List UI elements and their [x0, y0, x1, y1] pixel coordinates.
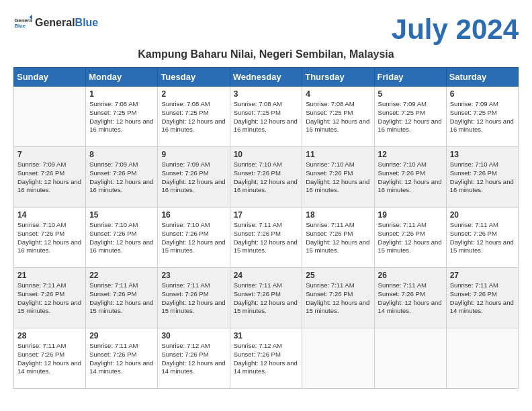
day-info: Sunrise: 7:08 AMSunset: 7:25 PMDaylight:…: [306, 100, 370, 134]
day-info: Sunrise: 7:09 AMSunset: 7:26 PMDaylight:…: [161, 161, 226, 195]
header-sunday: Sunday: [14, 68, 86, 87]
week-row-3: 14Sunrise: 7:10 AMSunset: 7:26 PMDayligh…: [14, 208, 519, 268]
day-number: 1: [89, 89, 154, 99]
day-info: Sunrise: 7:11 AMSunset: 7:26 PMDaylight:…: [161, 281, 226, 316]
day-number: 28: [17, 331, 82, 340]
day-number: 5: [378, 89, 443, 99]
header-saturday: Saturday: [446, 68, 518, 87]
day-info: Sunrise: 7:12 AMSunset: 7:26 PMDaylight:…: [161, 342, 226, 376]
calendar-cell: 3Sunrise: 7:08 AMSunset: 7:25 PMDaylight…: [230, 87, 302, 147]
day-info: Sunrise: 7:10 AMSunset: 7:26 PMDaylight:…: [378, 161, 443, 195]
day-number: 2: [161, 89, 226, 99]
calendar-cell: 16Sunrise: 7:10 AMSunset: 7:26 PMDayligh…: [158, 208, 230, 268]
header-wednesday: Wednesday: [230, 68, 302, 87]
svg-text:Blue: Blue: [14, 23, 26, 29]
day-number: 25: [306, 271, 370, 280]
day-info: Sunrise: 7:10 AMSunset: 7:26 PMDaylight:…: [89, 221, 154, 255]
month-year-title: July 2024: [392, 13, 519, 46]
day-number: 12: [378, 150, 443, 159]
calendar-cell: 26Sunrise: 7:11 AMSunset: 7:26 PMDayligh…: [374, 268, 446, 328]
day-info: Sunrise: 7:10 AMSunset: 7:26 PMDaylight:…: [306, 161, 370, 195]
calendar-cell: 24Sunrise: 7:11 AMSunset: 7:26 PMDayligh…: [230, 268, 302, 328]
day-info: Sunrise: 7:08 AMSunset: 7:25 PMDaylight:…: [89, 100, 154, 134]
logo: General Blue General Blue: [13, 13, 98, 32]
calendar-cell: 22Sunrise: 7:11 AMSunset: 7:26 PMDayligh…: [86, 268, 158, 328]
calendar-cell: 4Sunrise: 7:08 AMSunset: 7:25 PMDaylight…: [302, 87, 374, 147]
day-number: 11: [306, 150, 370, 159]
calendar-cell: 7Sunrise: 7:09 AMSunset: 7:26 PMDaylight…: [14, 147, 86, 208]
calendar-cell: 14Sunrise: 7:10 AMSunset: 7:26 PMDayligh…: [14, 208, 86, 268]
day-number: 24: [234, 271, 299, 280]
calendar-cell: 1Sunrise: 7:08 AMSunset: 7:25 PMDaylight…: [86, 87, 158, 147]
day-number: 19: [378, 210, 443, 220]
week-row-4: 21Sunrise: 7:11 AMSunset: 7:26 PMDayligh…: [14, 268, 519, 328]
day-number: 7: [17, 150, 82, 159]
day-info: Sunrise: 7:10 AMSunset: 7:26 PMDaylight:…: [161, 221, 226, 255]
day-number: 16: [161, 210, 226, 220]
calendar-cell: 15Sunrise: 7:10 AMSunset: 7:26 PMDayligh…: [86, 208, 158, 268]
day-info: Sunrise: 7:09 AMSunset: 7:25 PMDaylight:…: [378, 100, 443, 134]
day-number: 3: [234, 89, 299, 99]
day-info: Sunrise: 7:10 AMSunset: 7:26 PMDaylight:…: [450, 161, 515, 195]
calendar-cell: 31Sunrise: 7:12 AMSunset: 7:26 PMDayligh…: [230, 328, 302, 389]
day-number: 18: [306, 210, 370, 220]
calendar-cell: 28Sunrise: 7:11 AMSunset: 7:26 PMDayligh…: [14, 328, 86, 389]
calendar-cell: 5Sunrise: 7:09 AMSunset: 7:25 PMDaylight…: [374, 87, 446, 147]
day-number: 15: [89, 210, 154, 220]
day-info: Sunrise: 7:11 AMSunset: 7:26 PMDaylight:…: [17, 281, 82, 316]
logo-general-text: General: [35, 17, 75, 29]
day-info: Sunrise: 7:11 AMSunset: 7:26 PMDaylight:…: [378, 221, 443, 255]
day-info: Sunrise: 7:12 AMSunset: 7:26 PMDaylight:…: [234, 342, 299, 376]
calendar-table: SundayMondayTuesdayWednesdayThursdayFrid…: [13, 67, 519, 389]
generalblue-logo-icon: General Blue: [13, 13, 32, 32]
day-info: Sunrise: 7:11 AMSunset: 7:26 PMDaylight:…: [234, 281, 299, 316]
day-number: 9: [161, 150, 226, 159]
calendar-cell: 21Sunrise: 7:11 AMSunset: 7:26 PMDayligh…: [14, 268, 86, 328]
day-number: 30: [161, 331, 226, 340]
calendar-cell: 9Sunrise: 7:09 AMSunset: 7:26 PMDaylight…: [158, 147, 230, 208]
calendar-header-row: SundayMondayTuesdayWednesdayThursdayFrid…: [14, 68, 519, 87]
day-number: 26: [378, 271, 443, 280]
day-number: 20: [450, 210, 515, 220]
calendar-cell: 2Sunrise: 7:08 AMSunset: 7:25 PMDaylight…: [158, 87, 230, 147]
calendar-cell: 8Sunrise: 7:09 AMSunset: 7:26 PMDaylight…: [86, 147, 158, 208]
calendar-cell: [374, 328, 446, 389]
day-number: 14: [17, 210, 82, 220]
day-number: 29: [89, 331, 154, 340]
day-info: Sunrise: 7:11 AMSunset: 7:26 PMDaylight:…: [234, 221, 299, 255]
day-info: Sunrise: 7:08 AMSunset: 7:25 PMDaylight:…: [161, 100, 226, 134]
calendar-cell: 20Sunrise: 7:11 AMSunset: 7:26 PMDayligh…: [446, 208, 518, 268]
calendar-cell: 30Sunrise: 7:12 AMSunset: 7:26 PMDayligh…: [158, 328, 230, 389]
day-number: 10: [234, 150, 299, 159]
day-info: Sunrise: 7:11 AMSunset: 7:26 PMDaylight:…: [89, 342, 154, 376]
calendar-cell: 10Sunrise: 7:10 AMSunset: 7:26 PMDayligh…: [230, 147, 302, 208]
calendar-cell: 11Sunrise: 7:10 AMSunset: 7:26 PMDayligh…: [302, 147, 374, 208]
calendar-cell: 27Sunrise: 7:11 AMSunset: 7:26 PMDayligh…: [446, 268, 518, 328]
week-row-5: 28Sunrise: 7:11 AMSunset: 7:26 PMDayligh…: [14, 328, 519, 389]
day-info: Sunrise: 7:09 AMSunset: 7:26 PMDaylight:…: [89, 161, 154, 195]
day-info: Sunrise: 7:09 AMSunset: 7:26 PMDaylight:…: [17, 161, 82, 195]
header-thursday: Thursday: [302, 68, 374, 87]
calendar-cell: 17Sunrise: 7:11 AMSunset: 7:26 PMDayligh…: [230, 208, 302, 268]
day-number: 27: [450, 271, 515, 280]
header: General Blue General Blue July 2024: [13, 13, 519, 46]
day-number: 21: [17, 271, 82, 280]
day-info: Sunrise: 7:11 AMSunset: 7:26 PMDaylight:…: [450, 221, 515, 255]
week-row-2: 7Sunrise: 7:09 AMSunset: 7:26 PMDaylight…: [14, 147, 519, 208]
day-info: Sunrise: 7:10 AMSunset: 7:26 PMDaylight:…: [234, 161, 299, 195]
day-info: Sunrise: 7:08 AMSunset: 7:25 PMDaylight:…: [234, 100, 299, 134]
calendar-cell: 12Sunrise: 7:10 AMSunset: 7:26 PMDayligh…: [374, 147, 446, 208]
week-row-1: 1Sunrise: 7:08 AMSunset: 7:25 PMDaylight…: [14, 87, 519, 147]
calendar-cell: 13Sunrise: 7:10 AMSunset: 7:26 PMDayligh…: [446, 147, 518, 208]
day-info: Sunrise: 7:11 AMSunset: 7:26 PMDaylight:…: [378, 281, 443, 316]
header-monday: Monday: [86, 68, 158, 87]
calendar-cell: [446, 328, 518, 389]
calendar-cell: [14, 87, 86, 147]
calendar-cell: 25Sunrise: 7:11 AMSunset: 7:26 PMDayligh…: [302, 268, 374, 328]
day-info: Sunrise: 7:11 AMSunset: 7:26 PMDaylight:…: [450, 281, 515, 316]
day-info: Sunrise: 7:11 AMSunset: 7:26 PMDaylight:…: [89, 281, 154, 316]
calendar-cell: 6Sunrise: 7:09 AMSunset: 7:25 PMDaylight…: [446, 87, 518, 147]
day-info: Sunrise: 7:11 AMSunset: 7:26 PMDaylight:…: [306, 281, 370, 316]
calendar-cell: 23Sunrise: 7:11 AMSunset: 7:26 PMDayligh…: [158, 268, 230, 328]
calendar-cell: [302, 328, 374, 389]
